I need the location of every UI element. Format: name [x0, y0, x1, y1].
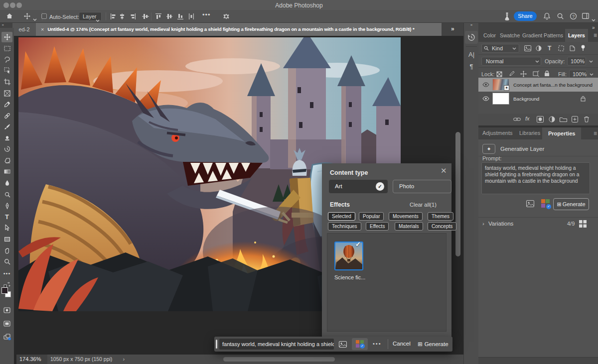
- panel-tab-swatches[interactable]: Swatche: [500, 29, 520, 42]
- help-icon[interactable]: ?: [570, 12, 577, 20]
- panel-tab-color[interactable]: Color: [483, 29, 496, 42]
- document-tab-ed2[interactable]: ed-2: [12, 23, 36, 36]
- layer-thumbnail[interactable]: [492, 93, 509, 105]
- fill-chevron-icon[interactable]: [590, 73, 594, 76]
- type-tool[interactable]: T: [1, 212, 12, 222]
- distribute-top-icon[interactable]: [155, 13, 161, 19]
- gradient-tool[interactable]: [1, 166, 12, 177]
- lasso-tool[interactable]: [1, 54, 12, 65]
- adjustment-layer-icon[interactable]: [549, 116, 555, 122]
- tab-overflow-icon[interactable]: »: [451, 25, 454, 32]
- properties-menu-icon[interactable]: ≡: [594, 130, 597, 137]
- generate-button-properties[interactable]: ⊞Generate: [553, 198, 589, 210]
- layer-effects-icon[interactable]: fx: [525, 116, 530, 121]
- effects-tag-movements[interactable]: Movements: [389, 212, 423, 221]
- align-center-h-icon[interactable]: [119, 13, 125, 19]
- character-panel-icon[interactable]: A|: [464, 51, 479, 58]
- reference-image-icon[interactable]: [339, 341, 347, 348]
- edit-toolbar-icon[interactable]: •••: [1, 268, 12, 278]
- prompt-textarea[interactable]: fantasy world, medieval knight holding a…: [481, 162, 590, 194]
- align-edges-icon[interactable]: [142, 13, 149, 19]
- move-options-chevron-icon[interactable]: [33, 14, 37, 23]
- cancel-button[interactable]: Cancel: [393, 341, 411, 347]
- new-group-icon[interactable]: [560, 117, 567, 122]
- link-layers-icon[interactable]: [513, 117, 521, 121]
- panel-tab-adjustments[interactable]: Adjustments: [482, 130, 513, 136]
- quick-mask-icon[interactable]: [1, 305, 12, 315]
- content-type-photo-button[interactable]: Photo: [393, 180, 451, 193]
- filter-type-icon[interactable]: T: [548, 45, 551, 52]
- lock-position-icon[interactable]: [520, 71, 527, 77]
- history-brush-tool[interactable]: [1, 144, 12, 154]
- layer-thumbnail[interactable]: ✦: [492, 79, 509, 91]
- panel-menu-icon[interactable]: ≡: [594, 29, 597, 42]
- status-chevron-icon[interactable]: ›: [123, 356, 125, 362]
- home-icon[interactable]: [6, 12, 13, 21]
- distribute-bottom-icon[interactable]: [177, 13, 183, 19]
- document-tab-active[interactable]: ×Untitled-4 @ 174% (Concept art fantasy …: [36, 23, 442, 36]
- reference-image-icon[interactable]: [526, 200, 534, 207]
- filter-image-icon[interactable]: [524, 45, 531, 51]
- effects-tag-materials[interactable]: Materials: [395, 222, 423, 231]
- content-type-art-button[interactable]: Art ✓: [329, 180, 388, 193]
- content-panel-close-icon[interactable]: ✕: [441, 166, 447, 175]
- move-tool-options-icon[interactable]: [24, 13, 30, 19]
- variations-grid-icon[interactable]: [579, 220, 587, 228]
- filter-pin-icon[interactable]: [581, 45, 586, 51]
- filter-smartobject-icon[interactable]: [569, 45, 575, 51]
- effects-tag-selected[interactable]: Selected: [328, 212, 355, 221]
- lock-artboard-icon[interactable]: [532, 71, 539, 77]
- filter-adjustment-icon[interactable]: [536, 45, 542, 51]
- effects-tag-techniques[interactable]: Techniques: [328, 222, 361, 231]
- layer-row-concept-art[interactable]: ✦ Concept art fanta...n the background: [478, 78, 598, 92]
- zoom-level-field[interactable]: 174.36%: [16, 355, 47, 364]
- move-tool[interactable]: [1, 32, 12, 42]
- style-reference-button[interactable]: ✓: [352, 338, 368, 350]
- clone-stamp-tool[interactable]: [1, 133, 12, 143]
- crop-tool[interactable]: [1, 77, 12, 87]
- share-document-icon[interactable]: [1, 332, 12, 342]
- new-layer-icon[interactable]: [572, 116, 578, 122]
- panel-tab-layers[interactable]: Layers: [565, 29, 588, 42]
- object-selection-tool[interactable]: [1, 65, 12, 76]
- effects-tag-popular[interactable]: Popular: [359, 212, 384, 221]
- align-left-icon[interactable]: [110, 13, 116, 19]
- layer-row-background[interactable]: Background: [478, 92, 598, 106]
- beaker-icon[interactable]: [503, 12, 511, 20]
- layer-visibility-icon[interactable]: [482, 96, 489, 101]
- lock-transparency-icon[interactable]: [496, 71, 502, 77]
- pen-tool[interactable]: [1, 201, 12, 211]
- panel-tab-gradients[interactable]: Gradient: [522, 29, 542, 42]
- add-mask-icon[interactable]: [537, 116, 544, 122]
- frame-tool[interactable]: [1, 88, 12, 99]
- blur-tool[interactable]: [1, 178, 12, 188]
- foreground-color-swatch[interactable]: [1, 287, 8, 294]
- screen-mode-icon[interactable]: [1, 318, 12, 329]
- panel-tab-patterns[interactable]: Patterns: [544, 29, 563, 42]
- filter-shape-icon[interactable]: [558, 45, 564, 51]
- panel-tab-properties[interactable]: Properties: [542, 127, 581, 139]
- workspace-icon[interactable]: [582, 13, 589, 19]
- marquee-tool[interactable]: [1, 43, 12, 54]
- gear-icon[interactable]: [223, 13, 230, 20]
- delete-layer-icon[interactable]: [584, 116, 590, 122]
- opacity-chevron-icon[interactable]: [589, 60, 593, 63]
- layer-visibility-icon[interactable]: [482, 82, 489, 87]
- variations-chevron-icon[interactable]: ›: [482, 221, 484, 227]
- vertical-scrollbar[interactable]: [455, 132, 460, 256]
- effects-tag-effects[interactable]: Effects: [366, 222, 389, 231]
- foreground-background-colors[interactable]: [1, 287, 12, 299]
- eyedropper-tool[interactable]: [1, 99, 12, 110]
- share-button[interactable]: Share: [514, 11, 537, 21]
- paragraph-panel-icon[interactable]: ¶: [464, 63, 479, 70]
- smudge-tool[interactable]: [1, 189, 12, 200]
- rail-collapse-icon[interactable]: ": [464, 24, 479, 29]
- more-options-icon[interactable]: •••: [202, 11, 211, 18]
- brush-tool[interactable]: [1, 121, 12, 132]
- eraser-tool[interactable]: [1, 155, 12, 166]
- path-select-tool[interactable]: [1, 223, 12, 233]
- align-right-icon[interactable]: [130, 13, 136, 19]
- rectangle-tool[interactable]: [1, 234, 12, 244]
- panel-tab-libraries[interactable]: Libraries: [519, 130, 540, 136]
- effects-tag-themes[interactable]: Themes: [428, 212, 453, 221]
